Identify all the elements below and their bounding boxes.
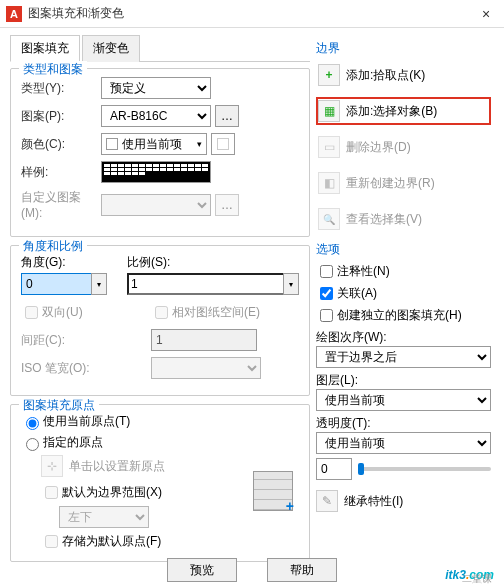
- annotative-label: 注释性(N): [337, 263, 390, 280]
- scale-label: 比例(S):: [127, 254, 299, 271]
- extent-select: 左下: [59, 506, 149, 528]
- double-label: 双向(U): [42, 304, 83, 321]
- associative-checkbox[interactable]: [320, 287, 333, 300]
- type-select[interactable]: 预定义: [101, 77, 211, 99]
- set-origin-icon: [41, 455, 63, 477]
- type-label: 类型(Y):: [21, 80, 101, 97]
- group-origin: 图案填充原点 使用当前原点(T) 指定的原点 单击以设置新原点 默认为边界范围(…: [10, 404, 310, 562]
- transparency-label: 透明度(T):: [316, 415, 491, 432]
- group-angle-scale: 角度和比例 角度(G): ▾ 比例(S): ▾ 双向(U) 相对图纸空间(E) …: [10, 245, 310, 396]
- titlebar: A 图案填充和渐变色 ×: [0, 0, 504, 28]
- pattern-label: 图案(P):: [21, 108, 101, 125]
- rebuild-boundary-icon: [318, 172, 340, 194]
- delete-boundary-button: 删除边界(D): [346, 139, 489, 156]
- tab-bar: 图案填充 渐变色: [10, 34, 310, 62]
- pattern-select[interactable]: AR-B816C: [101, 105, 211, 127]
- view-selection-icon: [318, 208, 340, 230]
- origin-current-label: 使用当前原点(T): [43, 413, 130, 430]
- iso-select: [151, 357, 261, 379]
- app-logo-icon: A: [6, 6, 22, 22]
- inherit-icon[interactable]: [316, 490, 338, 512]
- double-checkbox: [25, 306, 38, 319]
- color-label: 颜色(C):: [21, 136, 101, 153]
- color-select[interactable]: 使用当前项: [101, 133, 207, 155]
- view-selection-button: 查看选择集(V): [346, 211, 489, 228]
- add-pick-button[interactable]: 添加:拾取点(K): [346, 67, 489, 84]
- custom-pattern-select: [101, 194, 211, 216]
- group-title: 类型和图案: [19, 61, 87, 78]
- angle-label: 角度(G):: [21, 254, 107, 271]
- angle-input[interactable]: [21, 273, 91, 295]
- origin-specified-radio[interactable]: [26, 438, 39, 451]
- sample-swatch[interactable]: [101, 161, 211, 183]
- chevron-down-icon[interactable]: ▾: [283, 273, 299, 295]
- inherit-button[interactable]: 继承特性(I): [344, 493, 403, 510]
- origin-specified-label: 指定的原点: [43, 434, 103, 451]
- rebuild-boundary-button: 重新创建边界(R): [346, 175, 489, 192]
- custom-pattern-label: 自定义图案(M):: [21, 189, 101, 220]
- chevron-down-icon[interactable]: ▾: [91, 273, 107, 295]
- origin-preview[interactable]: [253, 471, 293, 511]
- delete-boundary-icon: [318, 136, 340, 158]
- group-title: 图案填充原点: [19, 397, 99, 414]
- boundary-title: 边界: [316, 40, 491, 57]
- spacing-input: [151, 329, 257, 351]
- group-title: 角度和比例: [19, 238, 87, 255]
- default-extent-label: 默认为边界范围(X): [62, 484, 162, 501]
- dialog-title: 图案填充和渐变色: [28, 5, 474, 22]
- add-select-icon[interactable]: [318, 100, 340, 122]
- annotative-checkbox[interactable]: [320, 265, 333, 278]
- group-type-pattern: 类型和图案 类型(Y): 预定义 图案(P): AR-B816C … 颜色(C)…: [10, 68, 310, 237]
- layer-select[interactable]: 使用当前项: [316, 389, 491, 411]
- paperspace-label: 相对图纸空间(E): [172, 304, 260, 321]
- click-set-label: 单击以设置新原点: [69, 458, 165, 475]
- bg-color-button[interactable]: [211, 133, 235, 155]
- paperspace-checkbox: [155, 306, 168, 319]
- layer-label: 图层(L):: [316, 372, 491, 389]
- store-default-checkbox: [45, 535, 58, 548]
- options-title: 选项: [316, 241, 491, 258]
- add-pick-icon[interactable]: [318, 64, 340, 86]
- tab-gradient[interactable]: 渐变色: [82, 35, 140, 62]
- draw-order-label: 绘图次序(W):: [316, 329, 491, 346]
- custom-browse-button: …: [215, 194, 239, 216]
- close-icon[interactable]: ×: [474, 6, 498, 22]
- store-default-label: 存储为默认原点(F): [62, 533, 161, 550]
- iso-label: ISO 笔宽(O):: [21, 360, 151, 377]
- tab-hatch[interactable]: 图案填充: [10, 35, 80, 62]
- transparency-slider[interactable]: [358, 467, 491, 471]
- help-button[interactable]: 帮助: [267, 558, 337, 582]
- sample-label: 样例:: [21, 164, 101, 181]
- spacing-label: 间距(C):: [21, 332, 151, 349]
- scale-input[interactable]: [127, 273, 283, 295]
- preview-button[interactable]: 预览: [167, 558, 237, 582]
- draw-order-select[interactable]: 置于边界之后: [316, 346, 491, 368]
- independent-checkbox[interactable]: [320, 309, 333, 322]
- pattern-browse-button[interactable]: …: [215, 105, 239, 127]
- transparency-input[interactable]: [316, 458, 352, 480]
- associative-label: 关联(A): [337, 285, 377, 302]
- independent-label: 创建独立的图案填充(H): [337, 307, 462, 324]
- origin-current-radio[interactable]: [26, 417, 39, 430]
- default-extent-checkbox: [45, 486, 58, 499]
- footer: 预览 帮助: [0, 558, 504, 582]
- transparency-select[interactable]: 使用当前项: [316, 432, 491, 454]
- add-select-button[interactable]: 添加:选择对象(B): [346, 103, 489, 120]
